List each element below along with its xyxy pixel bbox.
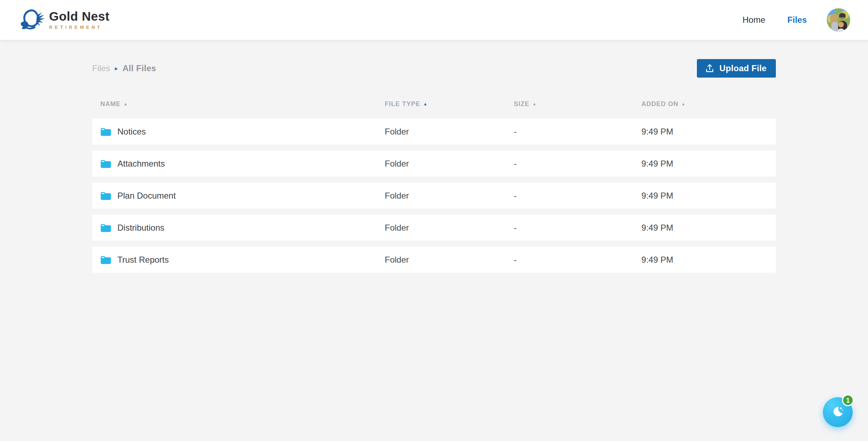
toolbar: Files ▸ All Files Upload File <box>92 59 776 78</box>
folder-icon <box>100 255 111 264</box>
folder-icon <box>100 159 111 168</box>
main-nav: Home Files <box>720 8 850 32</box>
column-header-size[interactable]: SIZE ▲ <box>514 100 641 108</box>
upload-tray-arrow-icon <box>705 63 715 73</box>
folder-icon <box>100 191 111 200</box>
table-row-attachments[interactable]: Attachments Folder - 9:49 PM <box>92 151 776 177</box>
file-size: - <box>514 159 641 169</box>
upload-file-label: Upload File <box>719 63 767 73</box>
chat-unread-badge: 1 <box>842 394 854 406</box>
sort-asc-icon: ▲ <box>123 101 128 106</box>
nav-item-files[interactable]: Files <box>787 15 807 25</box>
top-navbar: Gold Nest RETIREMENT Home Files <box>0 0 868 40</box>
file-type: Folder <box>385 255 514 265</box>
sort-asc-icon: ▲ <box>681 101 686 106</box>
folder-icon <box>100 127 111 136</box>
sort-asc-icon: ▲ <box>532 101 537 106</box>
upload-file-button[interactable]: Upload File <box>697 59 776 78</box>
brand-name: Gold Nest <box>49 10 110 23</box>
file-size: - <box>514 191 641 201</box>
file-name: Notices <box>117 127 146 137</box>
files-page: Files ▸ All Files Upload File NAME ▲ FIL… <box>92 59 776 273</box>
file-name: Attachments <box>117 159 165 169</box>
file-type: Folder <box>385 191 514 201</box>
table-row-plan-document[interactable]: Plan Document Folder - 9:49 PM <box>92 183 776 209</box>
file-added-on: 9:49 PM <box>641 159 776 169</box>
sort-asc-icon: ▲ <box>423 101 428 106</box>
file-added-on: 9:49 PM <box>641 127 776 137</box>
column-header-name[interactable]: NAME ▲ <box>100 100 385 108</box>
file-added-on: 9:49 PM <box>641 223 776 233</box>
file-name: Distributions <box>117 223 164 233</box>
crescent-moon-sparkles-icon <box>831 404 845 420</box>
bird-nest-egg-icon <box>18 6 46 33</box>
file-size: - <box>514 127 641 137</box>
file-type: Folder <box>385 223 514 233</box>
breadcrumb-current: All Files <box>122 63 156 73</box>
brand-tagline: RETIREMENT <box>49 25 110 30</box>
file-added-on: 9:49 PM <box>641 255 776 265</box>
table-row-trust-reports[interactable]: Trust Reports Folder - 9:49 PM <box>92 247 776 273</box>
file-name: Trust Reports <box>117 255 169 265</box>
file-size: - <box>514 223 641 233</box>
file-type: Folder <box>385 159 514 169</box>
file-added-on: 9:49 PM <box>641 191 776 201</box>
file-type: Folder <box>385 127 514 137</box>
table-row-distributions[interactable]: Distributions Folder - 9:49 PM <box>92 215 776 241</box>
user-avatar[interactable] <box>827 8 850 32</box>
breadcrumb: Files ▸ All Files <box>92 63 156 73</box>
column-header-added-on[interactable]: ADDED ON ▲ <box>641 100 776 108</box>
brand-logo-group[interactable]: Gold Nest RETIREMENT <box>18 6 110 33</box>
breadcrumb-files-link[interactable]: Files <box>92 63 110 73</box>
column-header-file-type[interactable]: FILE TYPE ▲ <box>385 100 514 108</box>
file-table-header: NAME ▲ FILE TYPE ▲ SIZE ▲ ADDED ON ▲ <box>92 100 776 108</box>
file-table-body: Notices Folder - 9:49 PM Attachments Fol… <box>92 119 776 273</box>
nav-item-home[interactable]: Home <box>742 15 765 25</box>
file-size: - <box>514 255 641 265</box>
file-name: Plan Document <box>117 191 176 201</box>
table-row-notices[interactable]: Notices Folder - 9:49 PM <box>92 119 776 145</box>
folder-icon <box>100 223 111 232</box>
chat-launcher-button[interactable]: 1 <box>823 397 853 427</box>
breadcrumb-separator-icon: ▸ <box>115 65 118 72</box>
